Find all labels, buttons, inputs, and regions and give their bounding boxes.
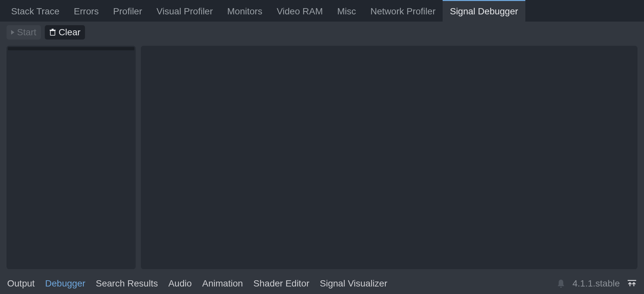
tab-label: Output	[7, 278, 35, 288]
tab-network-profiler[interactable]: Network Profiler	[363, 0, 443, 22]
tab-monitors[interactable]: Monitors	[220, 0, 269, 22]
tab-profiler[interactable]: Profiler	[106, 0, 149, 22]
tab-misc[interactable]: Misc	[330, 0, 364, 22]
bottom-tab-audio[interactable]: Audio	[168, 278, 192, 289]
svg-rect-3	[628, 280, 636, 281]
bottom-panel-bar: Output Debugger Search Results Audio Ani…	[0, 273, 644, 294]
signal-list-header	[8, 47, 134, 50]
tab-signal-debugger[interactable]: Signal Debugger	[443, 0, 525, 22]
bottom-tab-search-results[interactable]: Search Results	[96, 278, 158, 289]
tab-label: Signal Visualizer	[320, 278, 387, 288]
start-button[interactable]: Start	[7, 25, 41, 40]
tab-stack-trace[interactable]: Stack Trace	[4, 0, 67, 22]
tab-label: Profiler	[113, 6, 142, 17]
tab-label: Video RAM	[277, 6, 323, 17]
signal-detail-panel[interactable]	[141, 46, 637, 269]
app-root: Stack Trace Errors Profiler Visual Profi…	[0, 0, 644, 294]
tab-label: Search Results	[96, 278, 158, 288]
svg-rect-2	[52, 29, 54, 30]
bottom-tab-shader-editor[interactable]: Shader Editor	[253, 278, 309, 289]
svg-rect-0	[50, 31, 55, 35]
tab-label: Signal Debugger	[450, 6, 518, 17]
play-icon	[11, 30, 14, 35]
tab-label: Network Profiler	[370, 6, 435, 17]
tab-visual-profiler[interactable]: Visual Profiler	[149, 0, 220, 22]
tab-label: Audio	[168, 278, 192, 288]
tab-label: Debugger	[45, 278, 85, 288]
bottom-panel-tabs: Output Debugger Search Results Audio Ani…	[7, 278, 557, 289]
tab-label: Animation	[202, 278, 243, 288]
debugger-top-tabs: Stack Trace Errors Profiler Visual Profi…	[0, 0, 644, 22]
svg-rect-1	[50, 30, 56, 31]
clear-icon	[49, 29, 56, 36]
tab-label: Monitors	[227, 6, 262, 17]
tab-label: Misc	[337, 6, 356, 17]
tab-label: Visual Profiler	[157, 6, 213, 17]
bottom-tab-animation[interactable]: Animation	[202, 278, 243, 289]
bottom-tab-output[interactable]: Output	[7, 278, 35, 289]
tab-label: Errors	[74, 6, 99, 17]
clear-button[interactable]: Clear	[45, 25, 85, 40]
signal-debugger-content	[0, 43, 644, 273]
tab-label: Stack Trace	[11, 6, 59, 17]
start-button-label: Start	[17, 27, 36, 38]
bottom-tab-signal-visualizer[interactable]: Signal Visualizer	[320, 278, 387, 289]
tab-video-ram[interactable]: Video RAM	[269, 0, 330, 22]
signal-debugger-toolbar: Start Clear	[0, 22, 644, 43]
version-label: 4.1.1.stable	[572, 278, 620, 289]
notification-bell-icon[interactable]	[557, 279, 565, 288]
tab-label: Shader Editor	[253, 278, 309, 288]
bottom-tab-debugger[interactable]: Debugger	[45, 278, 85, 289]
clear-button-label: Clear	[59, 27, 80, 38]
tab-errors[interactable]: Errors	[67, 0, 106, 22]
expand-panel-icon[interactable]	[627, 279, 637, 288]
status-right: 4.1.1.stable	[557, 278, 637, 289]
signal-list-panel[interactable]	[7, 46, 136, 269]
